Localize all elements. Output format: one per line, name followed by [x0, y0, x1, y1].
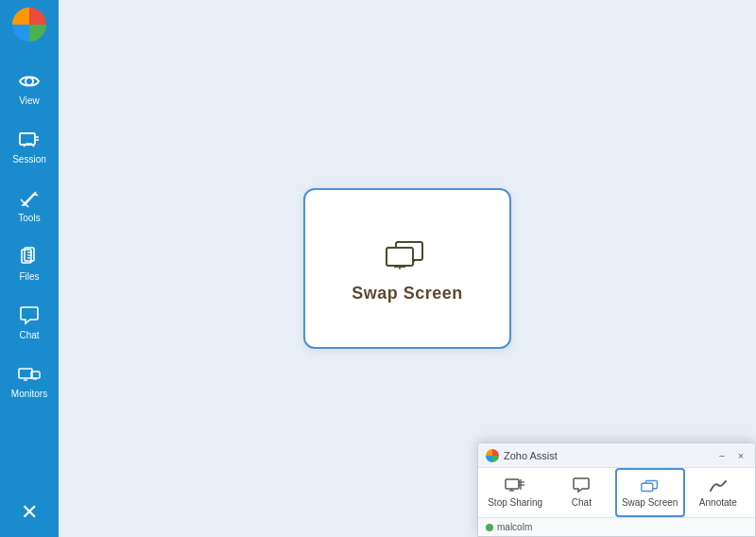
chat-tool-label: Chat [572, 497, 592, 508]
swap-screen-card-icon [383, 234, 432, 272]
popup-toolbar: Stop Sharing Chat Swap Screen [478, 468, 755, 517]
sidebar-item-view[interactable]: View [0, 59, 59, 117]
svg-rect-16 [387, 248, 413, 266]
zoho-popup: Zoho Assist − × Stop Sharing [477, 442, 756, 537]
svg-rect-26 [641, 483, 652, 491]
swap-screen-label: Swap Screen [352, 284, 463, 303]
minimize-button[interactable]: − [715, 449, 729, 462]
user-status-dot [486, 524, 493, 531]
monitors-icon [18, 363, 41, 386]
annotate-button[interactable]: Annotate [685, 468, 751, 517]
svg-point-0 [26, 78, 33, 85]
view-icon [18, 70, 41, 93]
swap-screen-button[interactable]: Swap Screen [615, 468, 685, 517]
popup-titlebar: Zoho Assist − × [478, 443, 755, 468]
svg-rect-1 [20, 133, 35, 145]
sidebar-monitors-label: Monitors [11, 389, 47, 399]
swap-screen-tool-icon [640, 477, 661, 494]
svg-rect-9 [19, 369, 32, 378]
chat-tool-icon [571, 477, 592, 494]
sidebar-session-label: Session [12, 154, 46, 165]
swap-screen-card[interactable]: Swap Screen [303, 188, 511, 349]
annotate-label: Annotate [699, 497, 737, 508]
sidebar-nav: View Session Tools [0, 49, 59, 488]
popup-title: Zoho Assist [504, 450, 715, 461]
chat-button[interactable]: Chat [548, 468, 614, 517]
sidebar-view-label: View [19, 95, 40, 106]
files-icon [18, 246, 41, 268]
session-icon [18, 129, 41, 151]
sidebar-item-tools[interactable]: Tools [0, 176, 59, 234]
sidebar-item-monitors[interactable]: Monitors [0, 352, 59, 410]
swap-screen-tool-label: Swap Screen [622, 497, 678, 508]
sidebar-tools-label: Tools [18, 213, 40, 223]
svg-rect-19 [506, 479, 519, 489]
popup-logo-icon [486, 449, 499, 462]
sidebar-logo [0, 0, 59, 49]
sidebar-chat-label: Chat [19, 330, 39, 340]
stop-sharing-label: Stop Sharing [488, 497, 542, 508]
close-popup-button[interactable]: × [734, 449, 747, 462]
annotate-icon [708, 477, 729, 494]
sidebar: View Session Tools [0, 0, 59, 537]
chat-icon [18, 304, 41, 327]
popup-footer: malcolm [478, 517, 755, 536]
stop-sharing-icon [505, 477, 525, 494]
tools-icon [18, 187, 41, 210]
sidebar-item-chat[interactable]: Chat [0, 293, 59, 352]
sidebar-files-label: Files [19, 271, 39, 282]
popup-controls: − × [715, 449, 747, 462]
logo-icon [12, 8, 46, 42]
close-button[interactable]: ✕ [0, 488, 59, 537]
stop-sharing-button[interactable]: Stop Sharing [482, 468, 548, 517]
sidebar-item-files[interactable]: Files [0, 234, 59, 293]
sidebar-item-session[interactable]: Session [0, 117, 59, 176]
user-name: malcolm [497, 522, 532, 532]
